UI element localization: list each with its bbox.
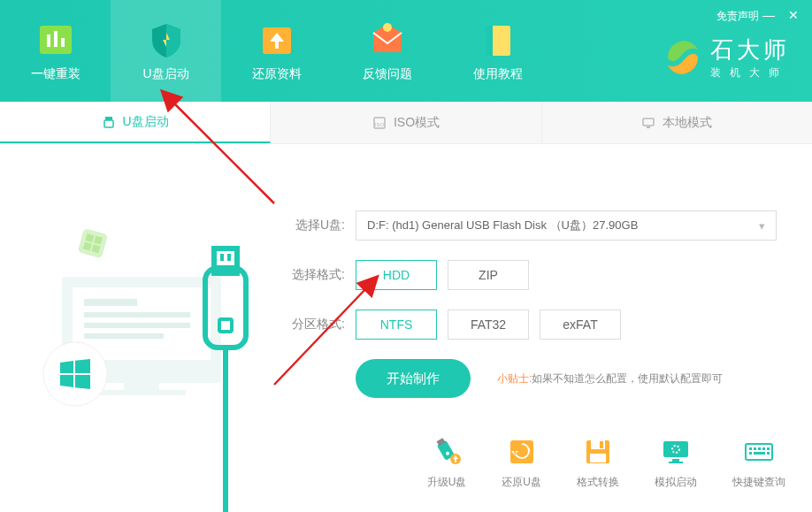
svg-rect-52 bbox=[749, 452, 752, 455]
tab-local-mode[interactable]: 本地模式 bbox=[542, 102, 812, 143]
svg-rect-48 bbox=[754, 447, 756, 450]
svg-rect-42 bbox=[663, 441, 688, 457]
svg-point-27 bbox=[43, 342, 107, 406]
nav-reinstall[interactable]: 一键重装 bbox=[0, 0, 111, 102]
tool-format-convert[interactable]: 格式转换 bbox=[577, 436, 619, 490]
tab-label: U盘启动 bbox=[123, 114, 169, 130]
svg-rect-49 bbox=[758, 447, 761, 450]
svg-text:ISO: ISO bbox=[375, 122, 385, 127]
tool-label: 快捷键查询 bbox=[732, 475, 785, 490]
start-button[interactable]: 开始制作 bbox=[356, 359, 471, 398]
tool-simulate-boot[interactable]: 模拟启动 bbox=[655, 436, 697, 490]
tab-iso-mode[interactable]: ISO ISO模式 bbox=[271, 102, 541, 143]
svg-rect-19 bbox=[84, 333, 164, 339]
usb-select-value: D:F: (hd1) General USB Flash Disk （U盘）27… bbox=[367, 218, 638, 233]
sub-tab-bar: U盘启动 ISO ISO模式 本地模式 bbox=[0, 102, 812, 144]
partition-ntfs[interactable]: NTFS bbox=[356, 309, 437, 340]
tab-label: 本地模式 bbox=[663, 115, 712, 131]
tab-usb-boot[interactable]: U盘启动 bbox=[0, 102, 271, 143]
svg-rect-26 bbox=[219, 319, 232, 332]
chevron-down-icon: ▾ bbox=[759, 219, 765, 233]
nav-tutorial[interactable]: 使用教程 bbox=[442, 0, 553, 102]
usb-icon bbox=[102, 115, 116, 129]
format-zip[interactable]: ZIP bbox=[448, 260, 529, 290]
nav-label: 使用教程 bbox=[473, 66, 523, 82]
keyboard-icon bbox=[743, 436, 775, 468]
tool-label: 格式转换 bbox=[577, 475, 619, 490]
svg-rect-9 bbox=[104, 120, 113, 127]
tool-upgrade-usb[interactable]: 升级U盘 bbox=[427, 436, 467, 490]
svg-rect-24 bbox=[220, 254, 224, 261]
tip-body: 如果不知道怎么配置，使用默认配置即可 bbox=[532, 372, 723, 385]
usb-select[interactable]: D:F: (hd1) General USB Flash Disk （U盘）27… bbox=[356, 210, 777, 241]
shield-icon bbox=[147, 20, 186, 59]
nav-restore[interactable]: 还原资料 bbox=[221, 0, 332, 102]
label-partition-format: 分区格式: bbox=[283, 317, 345, 332]
usb-illustration-icon bbox=[0, 144, 274, 512]
nav-label: U盘启动 bbox=[142, 66, 188, 82]
logo-title: 石大师 bbox=[710, 34, 790, 65]
envelope-icon bbox=[368, 20, 407, 59]
bottom-toolbar: 升级U盘 还原U盘 格式转换 模拟启动 快捷键查询 bbox=[427, 436, 785, 490]
label-select-usb: 选择U盘: bbox=[283, 218, 345, 233]
minimize-button[interactable]: — bbox=[762, 9, 775, 21]
svg-point-5 bbox=[383, 23, 392, 32]
logo-icon bbox=[664, 39, 701, 76]
disclaimer-link[interactable]: 免责声明 bbox=[716, 9, 759, 24]
svg-rect-3 bbox=[61, 38, 65, 47]
window-controls: — ✕ bbox=[762, 9, 799, 21]
logo-subtitle: 装机大师 bbox=[710, 65, 790, 80]
partition-exfat[interactable]: exFAT bbox=[540, 309, 621, 340]
close-button[interactable]: ✕ bbox=[788, 9, 799, 21]
restore-icon bbox=[506, 436, 538, 468]
upload-box-icon bbox=[257, 20, 296, 59]
svg-rect-41 bbox=[590, 454, 606, 462]
tool-shortcut-query[interactable]: 快捷键查询 bbox=[732, 436, 785, 490]
svg-rect-25 bbox=[227, 254, 231, 261]
svg-rect-21 bbox=[97, 390, 186, 395]
usb-upgrade-icon bbox=[431, 436, 463, 468]
monitor-icon bbox=[641, 116, 655, 130]
floppy-icon bbox=[582, 436, 614, 468]
tool-label: 模拟启动 bbox=[655, 475, 697, 490]
svg-rect-2 bbox=[54, 31, 57, 47]
row-select-usb: 选择U盘: D:F: (hd1) General USB Flash Disk … bbox=[283, 210, 777, 241]
svg-rect-20 bbox=[124, 383, 159, 390]
illustration-panel bbox=[0, 144, 274, 512]
svg-rect-54 bbox=[767, 452, 770, 455]
tool-label: 还原U盘 bbox=[502, 475, 541, 490]
book-icon bbox=[479, 20, 517, 59]
svg-rect-40 bbox=[600, 441, 603, 448]
nav-feedback[interactable]: 反馈问题 bbox=[332, 0, 442, 102]
row-partition-format: 分区格式: NTFS FAT32 exFAT bbox=[283, 309, 777, 340]
svg-rect-53 bbox=[754, 452, 765, 455]
svg-rect-12 bbox=[643, 118, 654, 126]
monitor-boot-icon bbox=[660, 436, 692, 468]
app-logo: 石大师 装机大师 bbox=[664, 13, 812, 102]
nav-label: 一键重装 bbox=[31, 66, 80, 82]
bar-chart-icon bbox=[36, 20, 75, 59]
svg-rect-47 bbox=[749, 447, 752, 450]
nav-label: 反馈问题 bbox=[363, 66, 412, 82]
nav-label: 还原资料 bbox=[252, 66, 302, 82]
svg-rect-44 bbox=[672, 459, 679, 462]
svg-rect-1 bbox=[47, 34, 50, 47]
tool-restore-usb[interactable]: 还原U盘 bbox=[502, 436, 541, 490]
row-select-format: 选择格式: HDD ZIP bbox=[283, 260, 777, 290]
svg-rect-13 bbox=[647, 126, 650, 128]
svg-rect-17 bbox=[84, 312, 190, 317]
nav-usb-boot[interactable]: U盘启动 bbox=[111, 0, 221, 102]
tab-label: ISO模式 bbox=[394, 115, 440, 131]
tip-text: 小贴士:如果不知道怎么配置，使用默认配置即可 bbox=[497, 371, 723, 386]
partition-fat32[interactable]: FAT32 bbox=[448, 309, 529, 340]
svg-rect-7 bbox=[486, 26, 493, 56]
format-hdd[interactable]: HDD bbox=[356, 260, 437, 290]
iso-icon: ISO bbox=[372, 116, 387, 130]
svg-rect-51 bbox=[767, 447, 770, 450]
svg-rect-50 bbox=[762, 447, 765, 450]
app-header: 免责声明 — ✕ 一键重装 U盘启动 还原资料 反馈问题 使用教程 bbox=[0, 0, 812, 102]
tool-label: 升级U盘 bbox=[427, 475, 467, 490]
row-start: 开始制作 小贴士:如果不知道怎么配置，使用默认配置即可 bbox=[356, 359, 777, 398]
label-select-format: 选择格式: bbox=[283, 267, 345, 283]
svg-rect-45 bbox=[669, 462, 683, 463]
